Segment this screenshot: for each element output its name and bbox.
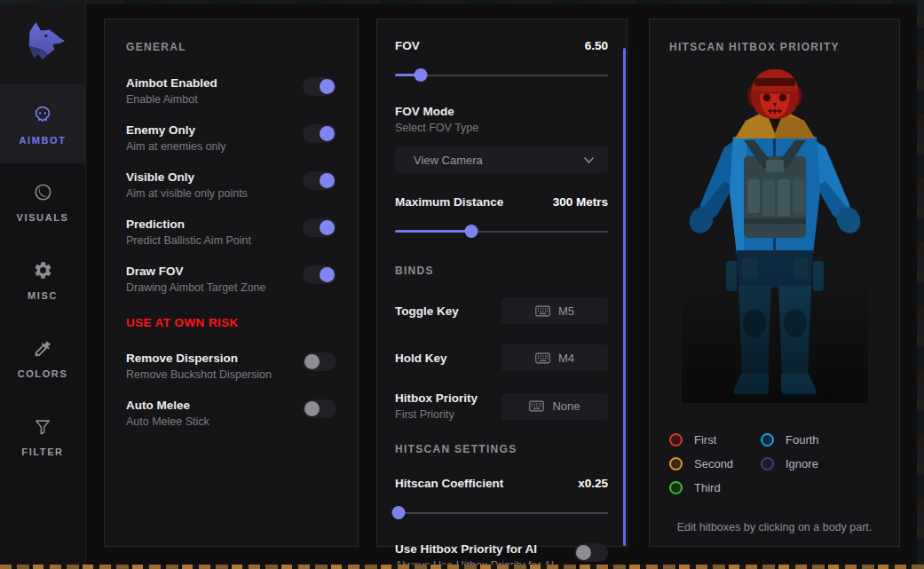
legend-item-ignore: Ignore	[761, 452, 880, 476]
legend-dot	[669, 433, 683, 447]
legend-item-third: Third	[669, 476, 761, 500]
setting-title: Auto Melee	[126, 399, 209, 412]
max-distance-value: 300 Metrs	[553, 195, 608, 209]
toggle-key-button[interactable]: M5	[501, 297, 608, 324]
keyboard-icon	[529, 400, 544, 412]
setting-text: Aimbot Enabled Enable Aimbot	[126, 76, 217, 106]
toggle-knob	[320, 126, 335, 141]
sidebar-item-filter[interactable]: FILTER	[0, 398, 85, 476]
hitscan-coefficient-row: Hitscan Coefficient x0.25	[395, 477, 608, 490]
toggle-draw-fov[interactable]	[303, 265, 336, 284]
sidebar-item-colors[interactable]: COLORS	[0, 320, 85, 398]
game-edge-top	[0, 0, 924, 4]
slider-fill	[395, 230, 471, 233]
section-header-general: GENERAL	[126, 41, 336, 53]
fov-mode-dropdown[interactable]: View Camera	[395, 146, 608, 173]
setting-text: Remove Dispersion Remove Buckshot Disper…	[126, 352, 272, 381]
slider-knob[interactable]	[465, 225, 478, 238]
slider-knob[interactable]	[392, 506, 406, 519]
fov-mode-selected: View Camera	[414, 154, 483, 167]
toggle-prediction[interactable]	[303, 218, 336, 237]
setting-title: Enemy Only	[126, 123, 226, 137]
hold-key-button[interactable]: M4	[501, 344, 608, 371]
legend-dot	[669, 457, 683, 470]
legend-dot	[669, 481, 683, 494]
setting-row: Prediction Predict Ballistic Aim Point	[126, 217, 336, 247]
slider-knob[interactable]	[414, 68, 427, 82]
hitbox-footer-hint: Edit hitboxes by clicking on a body part…	[669, 521, 880, 533]
funnel-icon	[33, 417, 52, 437]
sidebar-item-label: AIMBOT	[20, 135, 67, 146]
setting-subtitle: Predict Ballistic Aim Point	[126, 234, 251, 247]
setting-subtitle: Enable Aimbot	[126, 93, 217, 106]
toggle-enemy-only[interactable]	[303, 124, 336, 143]
toggle-remove-dispersion[interactable]	[303, 352, 336, 371]
fov-value: 6.50	[585, 39, 608, 52]
toggle-aimbot-enabled[interactable]	[303, 77, 336, 96]
toggle-knob	[304, 354, 320, 369]
setting-subtitle: Remove Buckshot Dispersion	[126, 368, 272, 381]
bind-label: Hold Key	[395, 352, 447, 365]
legend-label: Second	[694, 457, 733, 470]
sidebar-item-misc[interactable]: MISC	[0, 241, 85, 320]
max-distance-slider[interactable]	[395, 225, 608, 238]
max-distance-row: Maximum Distance 300 Metrs	[395, 195, 608, 209]
legend-dot	[761, 433, 774, 447]
hitscan-coefficient-label: Hitscan Coefficient	[395, 477, 503, 490]
sidebar-item-label: FILTER	[21, 447, 63, 457]
bind-sublabel: First Priority	[395, 408, 478, 421]
setting-row: Enemy Only Aim at enemies only	[126, 123, 336, 153]
hitscan-coefficient-slider[interactable]	[395, 506, 608, 519]
game-edge-right	[917, 0, 924, 569]
setting-text: Prediction Predict Ballistic Aim Point	[126, 217, 251, 247]
sidebar-item-label: COLORS	[18, 368, 68, 379]
sidebar-item-aimbot[interactable]: AIMBOT	[0, 85, 85, 163]
character-model[interactable]	[682, 67, 868, 403]
bind-row: Hitbox Priority First Priority None	[395, 391, 608, 421]
cheat-menu-window: AIMBOT VISUALS MISC	[0, 0, 924, 569]
wolf-logo	[17, 20, 68, 65]
toggle-visible-only[interactable]	[303, 171, 336, 190]
setting-subtitle: Always Use Hitbox Priority for AI	[395, 559, 554, 569]
setting-row: Aimbot Enabled Enable Aimbot	[126, 76, 336, 106]
setting-row: Draw FOV Drawing Aimbot Target Zone	[126, 265, 336, 294]
toggle-hitbox-priority-ai[interactable]	[574, 543, 608, 562]
setting-row: Auto Melee Auto Melee Stick	[126, 399, 336, 428]
scrollbar[interactable]	[623, 48, 626, 546]
hitbox-torso[interactable]	[730, 137, 820, 254]
visibility-icon	[33, 182, 53, 202]
toggle-knob	[320, 173, 335, 188]
toggle-knob	[320, 267, 335, 282]
fov-slider[interactable]	[395, 68, 608, 82]
legend-dot	[761, 457, 774, 470]
setting-title: Visible Only	[126, 170, 248, 184]
setting-title: Remove Dispersion	[126, 352, 272, 365]
sidebar-item-label: MISC	[28, 290, 58, 301]
legend-label: Third	[694, 481, 721, 494]
bind-label: Toggle Key	[395, 304, 459, 318]
chevron-down-icon	[583, 156, 595, 164]
setting-title: Prediction	[126, 217, 251, 231]
section-header-hitscan: HITSCAN SETTINGS	[395, 443, 608, 455]
hitbox-priority-key-button[interactable]: None	[501, 393, 608, 420]
gear-icon	[33, 260, 53, 281]
slider-track	[395, 512, 608, 514]
general-panel: GENERAL Aimbot Enabled Enable Aimbot Ene…	[104, 19, 359, 547]
risk-warning: USE AT OWN RISK	[126, 316, 336, 329]
keyboard-icon	[535, 352, 550, 364]
setting-subtitle: Drawing Aimbot Target Zone	[126, 281, 266, 294]
fov-mode-subtitle: Select FOV Type	[395, 122, 608, 134]
setting-subtitle: Aim at enemies only	[126, 140, 226, 153]
model-wrap	[669, 67, 880, 405]
sidebar-item-visuals[interactable]: VISUALS	[0, 163, 85, 241]
toggle-auto-melee[interactable]	[303, 399, 336, 418]
legend-label: First	[694, 433, 716, 447]
toggle-knob	[320, 79, 335, 94]
hitbox-head[interactable]	[747, 69, 802, 119]
setting-title: Use Hitbox Priority for AI	[395, 542, 554, 556]
setting-row: Visible Only Aim at visible only points	[126, 170, 336, 200]
bind-key: None	[552, 399, 580, 413]
setting-title: Aimbot Enabled	[126, 76, 217, 90]
sidebar: AIMBOT VISUALS MISC	[0, 0, 86, 565]
skull-icon	[32, 104, 53, 125]
